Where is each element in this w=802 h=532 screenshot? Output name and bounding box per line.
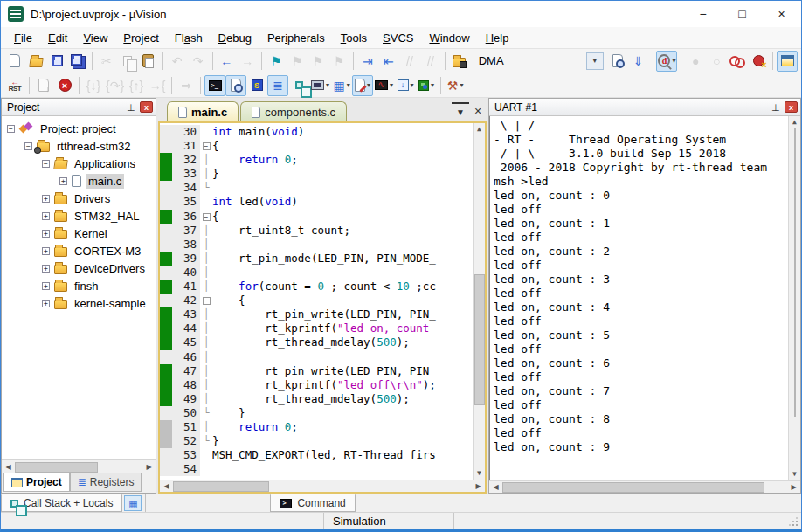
memory-window-button[interactable]: ▦ (124, 495, 142, 511)
callstack-locals-tab[interactable]: Call Stack + Locals (1, 494, 122, 512)
editor-vscrollbar[interactable]: ▲ ▼ (473, 123, 485, 480)
incremental-find-icon[interactable]: ⇓ (628, 51, 649, 72)
scroll-thumb[interactable] (173, 481, 269, 492)
dropdown-arrow-icon[interactable]: ▾ (672, 57, 675, 65)
tab-project[interactable]: Project (3, 473, 70, 492)
enable-breakpoint-icon[interactable]: ○ (706, 51, 727, 72)
tree-expander-icon[interactable]: + (42, 247, 50, 255)
scroll-up-icon[interactable]: ▲ (473, 123, 485, 135)
dropdown-arrow-icon[interactable]: ▾ (347, 81, 350, 89)
scroll-down-icon[interactable]: ▼ (788, 468, 800, 480)
dropdown-arrow-icon[interactable]: ▾ (431, 81, 434, 89)
tree-expander-icon[interactable]: + (42, 212, 50, 220)
scroll-right-icon[interactable]: ▶ (142, 461, 156, 473)
menu-debug[interactable]: Debug (211, 29, 259, 47)
tree-expander-icon[interactable]: + (59, 177, 67, 185)
navigate-forward-icon[interactable]: → (237, 51, 258, 72)
uart-vscrollbar[interactable]: ▲ ▼ (788, 116, 800, 480)
fold-margin[interactable]: − (200, 294, 212, 307)
command-tab[interactable]: Command (270, 494, 355, 512)
tree-expander-icon[interactable]: + (42, 282, 50, 290)
paste-icon[interactable] (138, 51, 159, 72)
tree-expander-icon[interactable]: + (42, 300, 50, 307)
tree-item-finsh[interactable]: +finsh (2, 277, 156, 294)
tree-expander-icon[interactable]: + (42, 195, 50, 203)
resize-grip-icon[interactable] (787, 515, 799, 528)
system-viewer-icon[interactable]: ▾ (416, 75, 437, 96)
scroll-down-icon[interactable]: ▼ (473, 467, 485, 480)
dropdown-arrow-icon[interactable]: ▾ (326, 81, 329, 89)
pin-icon[interactable]: ⊣ (125, 101, 137, 114)
scroll-left-icon[interactable]: ◀ (2, 461, 15, 473)
configure-target-icon[interactable] (777, 51, 798, 72)
run-icon[interactable] (33, 75, 54, 96)
scroll-left-icon[interactable]: ◀ (489, 481, 502, 494)
maximize-button[interactable]: □ (722, 1, 762, 27)
close-document-icon[interactable]: × (469, 102, 487, 120)
tree-item-cortex-m3[interactable]: +CORTEX-M3 (2, 242, 156, 259)
scroll-thumb[interactable] (474, 274, 485, 405)
disassembly-window-icon[interactable] (225, 75, 246, 96)
save-icon[interactable] (46, 51, 67, 72)
combobox-dropdown-icon[interactable]: ▾ (586, 52, 604, 70)
close-panel-icon[interactable]: x (785, 101, 798, 113)
analysis-windows-icon[interactable]: ▾ (373, 75, 395, 96)
tree-item-devicedrivers[interactable]: +DeviceDrivers (2, 259, 156, 277)
tree-expander-icon[interactable]: − (7, 125, 15, 133)
navigate-back-icon[interactable]: ← (216, 51, 237, 72)
close-panel-icon[interactable]: x (140, 101, 153, 113)
menu-help[interactable]: Help (478, 29, 517, 47)
dropdown-arrow-icon[interactable]: ▾ (390, 81, 393, 89)
editor-hscrollbar[interactable]: ◀ ▶ (160, 480, 485, 492)
kill-all-breakpoints-icon[interactable] (748, 51, 769, 72)
redo-icon[interactable]: ↷ (188, 51, 209, 72)
stop-icon[interactable] (54, 75, 75, 96)
fold-margin[interactable]: − (200, 210, 212, 224)
uart-terminal[interactable]: \ | /- RT - Thread Operating System / | … (489, 116, 800, 480)
load-application-icon[interactable] (449, 51, 470, 72)
tree-item-kernel[interactable]: +Kernel (2, 225, 156, 242)
scroll-right-icon[interactable]: ▶ (472, 480, 485, 493)
minimize-button[interactable]: − (683, 1, 722, 27)
dropdown-arrow-icon[interactable]: ▾ (460, 81, 463, 89)
tree-expander-icon[interactable]: + (42, 230, 50, 238)
toolbox-icon[interactable]: ⚒▾ (445, 75, 466, 96)
watch-windows-icon[interactable]: ▾ (309, 75, 331, 96)
indent-left-icon[interactable]: ⇤ (378, 51, 399, 72)
target-combobox[interactable]: DMA▾ (474, 52, 604, 71)
editor-tab-main-c[interactable]: main.c (167, 101, 239, 121)
insert-breakpoint-icon[interactable]: ● (685, 51, 706, 72)
menu-edit[interactable]: Edit (40, 29, 75, 47)
trace-windows-icon[interactable]: ▾ (395, 75, 416, 96)
tree-expander-icon[interactable]: − (24, 142, 32, 150)
tree-item-main-c[interactable]: +main.c (2, 172, 156, 190)
show-next-statement-icon[interactable]: ⇒ (176, 75, 197, 96)
scroll-thumb[interactable] (15, 462, 98, 473)
editor-tab-components-c[interactable]: components.c (240, 101, 347, 121)
registers-window-icon[interactable]: ≣ (267, 75, 288, 96)
code-area[interactable]: 30int main(void)31−{32│ return 0;33│}34└… (160, 123, 485, 480)
close-button[interactable]: × (762, 1, 801, 27)
tree-item-project-project[interactable]: −Project: project (2, 120, 156, 137)
scroll-right-icon[interactable]: ▶ (787, 481, 800, 494)
dropdown-arrow-icon[interactable]: ▾ (411, 81, 414, 89)
cut-icon[interactable]: ✂ (96, 51, 117, 72)
tree-expander-icon[interactable]: − (42, 160, 50, 168)
copy-icon[interactable] (117, 51, 138, 72)
fold-margin[interactable]: − (200, 139, 212, 153)
tab-registers[interactable]: ≣Registers (70, 473, 142, 492)
pin-icon[interactable]: ⊣ (770, 101, 782, 114)
open-file-icon[interactable] (25, 51, 46, 72)
step-icon[interactable]: {↓} (83, 75, 104, 96)
comment-icon[interactable]: // (399, 51, 420, 72)
tree-item-applications[interactable]: −Applications (2, 155, 156, 172)
scroll-left-icon[interactable]: ◀ (160, 480, 173, 493)
scroll-up-icon[interactable]: ▲ (788, 116, 800, 128)
uart-hscrollbar[interactable]: ◀ ▶ (489, 480, 800, 493)
prev-bookmark-icon[interactable]: ⚑ (308, 51, 328, 72)
find-in-files-icon[interactable] (607, 51, 628, 72)
tree-item-drivers[interactable]: +Drivers (2, 190, 156, 207)
window-list-icon[interactable]: ▼ (452, 102, 469, 120)
step-over-icon[interactable]: {↷} (104, 75, 126, 96)
next-bookmark-icon[interactable]: ⚑ (287, 51, 308, 72)
